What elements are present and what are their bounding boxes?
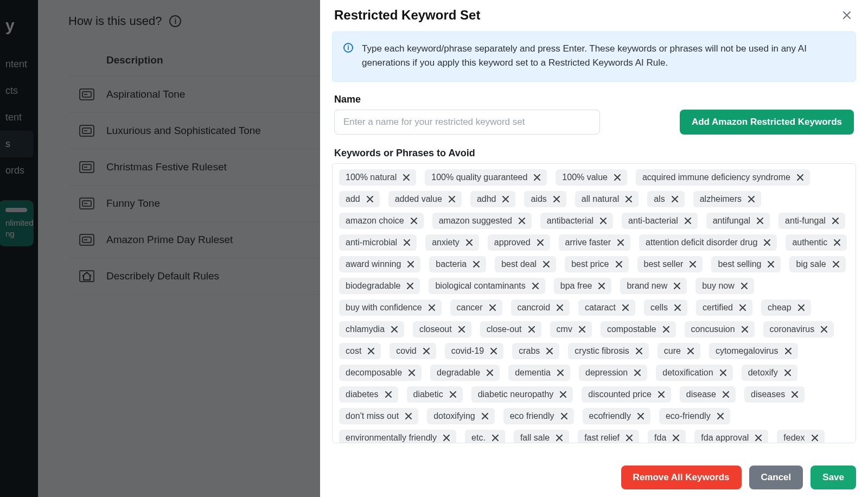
chip-remove-icon[interactable] xyxy=(796,173,805,182)
chip-remove-icon[interactable] xyxy=(367,347,375,355)
chip-remove-icon[interactable] xyxy=(448,195,456,203)
chip-remove-icon[interactable] xyxy=(531,282,540,290)
chip-remove-icon[interactable] xyxy=(633,368,642,377)
chip-remove-icon[interactable] xyxy=(366,195,374,203)
chip-remove-icon[interactable] xyxy=(684,216,692,225)
chip-remove-icon[interactable] xyxy=(407,368,416,377)
chip-remove-icon[interactable] xyxy=(671,195,679,203)
chip-remove-icon[interactable] xyxy=(635,347,643,355)
cancel-button[interactable]: Cancel xyxy=(749,466,803,489)
chip-remove-icon[interactable] xyxy=(784,347,793,355)
chip-remove-icon[interactable] xyxy=(625,434,634,442)
chip-remove-icon[interactable] xyxy=(738,303,747,312)
keyword-chip-label: add xyxy=(346,194,360,204)
chip-remove-icon[interactable] xyxy=(390,325,399,334)
chip-remove-icon[interactable] xyxy=(488,303,497,312)
chip-remove-icon[interactable] xyxy=(406,282,414,290)
chip-remove-icon[interactable] xyxy=(472,260,481,269)
chip-remove-icon[interactable] xyxy=(533,173,541,182)
chip-remove-icon[interactable] xyxy=(790,390,799,399)
chip-remove-icon[interactable] xyxy=(404,412,413,420)
chip-remove-icon[interactable] xyxy=(722,390,730,399)
chip-remove-icon[interactable] xyxy=(741,325,749,334)
chip-remove-icon[interactable] xyxy=(719,368,727,377)
chip-remove-icon[interactable] xyxy=(552,195,561,203)
chip-remove-icon[interactable] xyxy=(597,282,606,290)
chip-remove-icon[interactable] xyxy=(556,303,564,312)
chip-remove-icon[interactable] xyxy=(599,216,608,225)
chip-remove-icon[interactable] xyxy=(662,325,671,334)
keyword-chip: covid-19 xyxy=(445,343,503,359)
chip-remove-icon[interactable] xyxy=(820,325,828,334)
chip-remove-icon[interactable] xyxy=(672,434,680,442)
keyword-chip-label: decomposable xyxy=(346,368,402,378)
chip-remove-icon[interactable] xyxy=(555,434,564,442)
chip-remove-icon[interactable] xyxy=(621,303,630,312)
remove-all-keywords-button[interactable]: Remove All Keywords xyxy=(621,466,742,489)
close-icon[interactable] xyxy=(840,8,854,22)
chip-remove-icon[interactable] xyxy=(402,173,411,182)
chip-remove-icon[interactable] xyxy=(740,282,749,290)
keyword-chip-label: close-out xyxy=(487,324,522,334)
keyword-chip: cataract xyxy=(578,300,635,316)
keyword-chip-label: aids xyxy=(531,194,546,204)
chip-remove-icon[interactable] xyxy=(747,195,756,203)
save-button[interactable]: Save xyxy=(810,466,856,489)
chip-remove-icon[interactable] xyxy=(636,412,645,420)
chip-remove-icon[interactable] xyxy=(491,434,500,442)
chip-remove-icon[interactable] xyxy=(556,368,565,377)
chip-remove-icon[interactable] xyxy=(465,238,474,247)
chip-remove-icon[interactable] xyxy=(489,347,498,355)
chip-remove-icon[interactable] xyxy=(767,260,775,269)
chip-remove-icon[interactable] xyxy=(545,347,554,355)
keyword-set-name-input[interactable] xyxy=(334,110,600,135)
keyword-chip: buy with confidence xyxy=(339,300,442,316)
chip-remove-icon[interactable] xyxy=(410,216,418,225)
chip-remove-icon[interactable] xyxy=(673,282,681,290)
keyword-chip-label: compostable xyxy=(607,324,656,334)
chip-remove-icon[interactable] xyxy=(783,368,792,377)
chip-remove-icon[interactable] xyxy=(763,238,771,247)
chip-remove-icon[interactable] xyxy=(403,238,411,247)
chip-remove-icon[interactable] xyxy=(615,260,623,269)
keyword-chip: diseases xyxy=(744,386,805,403)
chip-remove-icon[interactable] xyxy=(406,260,415,269)
chip-remove-icon[interactable] xyxy=(686,347,695,355)
keyword-chip-label: eco friendly xyxy=(510,411,554,421)
chip-remove-icon[interactable] xyxy=(536,238,545,247)
chip-remove-icon[interactable] xyxy=(518,216,526,225)
chip-remove-icon[interactable] xyxy=(754,434,763,442)
chip-remove-icon[interactable] xyxy=(616,238,625,247)
chip-remove-icon[interactable] xyxy=(559,390,567,399)
chip-remove-icon[interactable] xyxy=(422,347,431,355)
chip-remove-icon[interactable] xyxy=(832,260,840,269)
chip-remove-icon[interactable] xyxy=(833,238,841,247)
chip-remove-icon[interactable] xyxy=(810,434,819,442)
chip-remove-icon[interactable] xyxy=(442,434,451,442)
chip-remove-icon[interactable] xyxy=(560,412,569,420)
chip-remove-icon[interactable] xyxy=(501,195,510,203)
chip-remove-icon[interactable] xyxy=(457,325,466,334)
chip-remove-icon[interactable] xyxy=(542,260,551,269)
chip-remove-icon[interactable] xyxy=(613,173,622,182)
keyword-chip: best selling xyxy=(711,256,781,272)
chip-remove-icon[interactable] xyxy=(673,303,682,312)
chip-remove-icon[interactable] xyxy=(486,368,494,377)
chip-remove-icon[interactable] xyxy=(384,390,393,399)
chip-remove-icon[interactable] xyxy=(688,260,697,269)
chip-remove-icon[interactable] xyxy=(449,390,457,399)
chip-remove-icon[interactable] xyxy=(831,216,840,225)
chip-remove-icon[interactable] xyxy=(427,303,436,312)
chip-remove-icon[interactable] xyxy=(578,325,586,334)
chip-remove-icon[interactable] xyxy=(481,412,489,420)
keyword-chip-label: antifungal xyxy=(713,216,750,226)
chip-remove-icon[interactable] xyxy=(624,195,633,203)
add-amazon-keywords-button[interactable]: Add Amazon Restricted Keywords xyxy=(680,110,854,135)
keywords-chip-container[interactable]: 100% natural100% quality guaranteed100% … xyxy=(332,163,856,443)
chip-remove-icon[interactable] xyxy=(756,216,764,225)
chip-remove-icon[interactable] xyxy=(527,325,536,334)
chip-remove-icon[interactable] xyxy=(657,390,666,399)
chip-remove-icon[interactable] xyxy=(797,303,806,312)
chip-remove-icon[interactable] xyxy=(716,412,725,420)
keyword-chip: bpa free xyxy=(554,278,612,294)
